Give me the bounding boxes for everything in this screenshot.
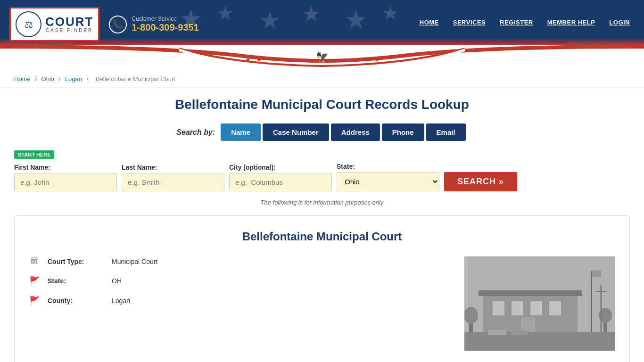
start-here-badge: START HERE — [14, 150, 54, 159]
svg-rect-10 — [549, 301, 561, 315]
county-item: 🚩 County: Logan — [29, 296, 464, 306]
court-type-value: Municipal Court — [112, 258, 157, 265]
tab-case-number[interactable]: Case Number — [263, 123, 329, 141]
phone-box: 📞 Customer Service 1-800-309-9351 — [109, 16, 198, 33]
court-details-row: 🏛 Court Type: Municipal Court 🚩 State: O… — [29, 256, 615, 351]
svg-rect-13 — [592, 271, 601, 277]
breadcrumb: Home / Ohio / Logan / Bellefontaine Muni… — [0, 71, 644, 88]
main-content: Bellefontaine Municipal Court Records Lo… — [0, 88, 644, 362]
tab-name[interactable]: Name — [221, 123, 261, 141]
wave-banner: ★ ★ 🦅 ★ ★ — [0, 45, 644, 71]
breadcrumb-ohio[interactable]: Ohio — [41, 75, 54, 82]
breadcrumb-current: Bellefontaine Municipal Court — [96, 75, 175, 82]
tab-phone[interactable]: Phone — [382, 123, 424, 141]
state-icon: 🚩 — [29, 276, 40, 286]
logo-emblem: ⚖ — [16, 11, 41, 37]
svg-rect-4 — [464, 332, 615, 351]
state-label: State: — [337, 163, 439, 170]
logo-court-label: COURT — [45, 16, 93, 28]
county-value: Logan — [112, 297, 130, 304]
svg-text:★ ★: ★ ★ — [363, 56, 381, 63]
state-item: 🚩 State: OH — [29, 276, 464, 286]
state-label-detail: State: — [48, 277, 104, 285]
state-select[interactable]: Ohio Alabama Alaska Arizona California C… — [337, 172, 439, 191]
header-left: ⚖ COURT CASE FINDER 📞 Customer Service 1… — [9, 7, 199, 41]
court-details-left: 🏛 Court Type: Municipal Court 🚩 State: O… — [29, 256, 464, 351]
breadcrumb-logan[interactable]: Logan — [65, 75, 82, 82]
nav-services[interactable]: SERVICES — [453, 19, 486, 26]
last-name-input[interactable] — [122, 173, 224, 191]
court-image — [464, 256, 615, 351]
court-info-box: Bellefontaine Municipal Court 🏛 Court Ty… — [14, 215, 630, 362]
city-field: City (optional): — [229, 164, 332, 191]
svg-text:★ ★: ★ ★ — [245, 56, 264, 63]
city-label: City (optional): — [229, 164, 332, 171]
svg-rect-11 — [521, 318, 535, 332]
page-title: Bellefontaine Municipal Court Records Lo… — [14, 97, 630, 112]
tab-email[interactable]: Email — [426, 123, 466, 141]
search-form-row: First Name: Last Name: City (optional): … — [14, 163, 630, 191]
breadcrumb-home[interactable]: Home — [14, 75, 31, 82]
svg-point-15 — [464, 307, 478, 324]
search-by-row: Search by: Name Case Number Address Phon… — [14, 123, 630, 141]
search-form-area: START HERE First Name: Last Name: City (… — [14, 150, 630, 191]
nav-member-help[interactable]: MEMBER HELP — [547, 19, 595, 26]
first-name-label: First Name: — [14, 164, 117, 171]
logo-case-finder-label: CASE FINDER — [45, 28, 93, 33]
nav-home[interactable]: HOME — [420, 19, 439, 26]
phone-number: 1-800-309-9351 — [132, 22, 198, 33]
svg-rect-19 — [512, 330, 528, 335]
state-field: State: Ohio Alabama Alaska Arizona Calif… — [337, 163, 439, 191]
state-value: OH — [112, 277, 122, 285]
svg-rect-7 — [493, 301, 504, 315]
svg-rect-8 — [512, 301, 523, 315]
city-input[interactable] — [229, 173, 332, 191]
info-note: The following is for information purpose… — [14, 199, 630, 206]
court-type-icon: 🏛 — [29, 256, 40, 266]
wave-svg: ★ ★ 🦅 ★ ★ — [0, 45, 644, 71]
search-by-label: Search by: — [176, 128, 215, 137]
breadcrumb-sep-2: / — [59, 75, 62, 82]
court-type-label: Court Type: — [48, 258, 104, 265]
county-icon: 🚩 — [29, 296, 40, 306]
first-name-input[interactable] — [14, 173, 117, 191]
nav-login[interactable]: LOGIN — [609, 19, 630, 26]
svg-rect-9 — [530, 301, 542, 315]
svg-rect-18 — [488, 329, 507, 335]
svg-rect-6 — [479, 290, 582, 296]
breadcrumb-sep-3: / — [87, 75, 90, 82]
svg-text:🦅: 🦅 — [316, 51, 329, 64]
logo-text: COURT CASE FINDER — [45, 16, 93, 33]
breadcrumb-sep-1: / — [35, 75, 38, 82]
court-info-title: Bellefontaine Municipal Court — [29, 230, 615, 243]
logo[interactable]: ⚖ COURT CASE FINDER — [9, 7, 99, 41]
last-name-field: Last Name: — [122, 164, 224, 191]
site-header: ★ ★ ★ ★ ★ ★ ⚖ COURT CASE FINDER 📞 Custom… — [0, 0, 644, 45]
court-type-item: 🏛 Court Type: Municipal Court — [29, 256, 464, 266]
first-name-field: First Name: — [14, 164, 117, 191]
county-label: County: — [48, 297, 104, 304]
search-button[interactable]: SEARCH » — [444, 172, 517, 191]
main-nav: HOME SERVICES REGISTER MEMBER HELP LOGIN — [420, 19, 630, 30]
nav-register[interactable]: REGISTER — [500, 19, 533, 26]
phone-service-label: Customer Service — [132, 16, 198, 22]
tab-address[interactable]: Address — [331, 123, 380, 141]
last-name-label: Last Name: — [122, 164, 224, 171]
phone-info: Customer Service 1-800-309-9351 — [132, 16, 198, 33]
phone-icon: 📞 — [109, 16, 127, 33]
court-building-svg — [464, 256, 615, 351]
